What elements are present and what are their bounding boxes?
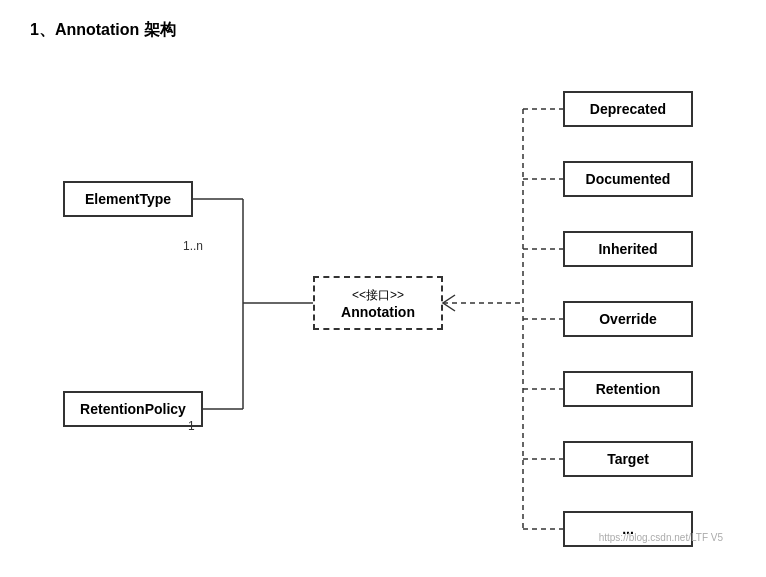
multiplicity-retention-policy: 1 xyxy=(188,419,195,433)
deprecated-label: Deprecated xyxy=(590,101,666,117)
deprecated-box: Deprecated xyxy=(563,91,693,127)
inherited-label: Inherited xyxy=(598,241,657,257)
override-box: Override xyxy=(563,301,693,337)
multiplicity-element-type: 1..n xyxy=(183,239,203,253)
diagram: ElementType RetentionPolicy <<接口>> Annot… xyxy=(33,61,733,551)
page-title: 1、Annotation 架构 xyxy=(30,20,736,41)
retention-policy-box: RetentionPolicy xyxy=(63,391,203,427)
retention-policy-label: RetentionPolicy xyxy=(80,401,186,417)
target-label: Target xyxy=(607,451,649,467)
page: 1、Annotation 架构 ElementType RetentionPol… xyxy=(0,0,766,577)
annotation-box: <<接口>> Annotation xyxy=(313,276,443,330)
element-type-box: ElementType xyxy=(63,181,193,217)
watermark: https://blog.csdn.net/LTF V5 xyxy=(599,532,723,543)
element-type-label: ElementType xyxy=(85,191,171,207)
override-label: Override xyxy=(599,311,657,327)
retention-label: Retention xyxy=(596,381,661,397)
target-box: Target xyxy=(563,441,693,477)
retention-box: Retention xyxy=(563,371,693,407)
annotation-stereotype: <<接口>> xyxy=(352,287,404,304)
documented-label: Documented xyxy=(586,171,671,187)
inherited-box: Inherited xyxy=(563,231,693,267)
annotation-label: Annotation xyxy=(341,304,415,320)
documented-box: Documented xyxy=(563,161,693,197)
